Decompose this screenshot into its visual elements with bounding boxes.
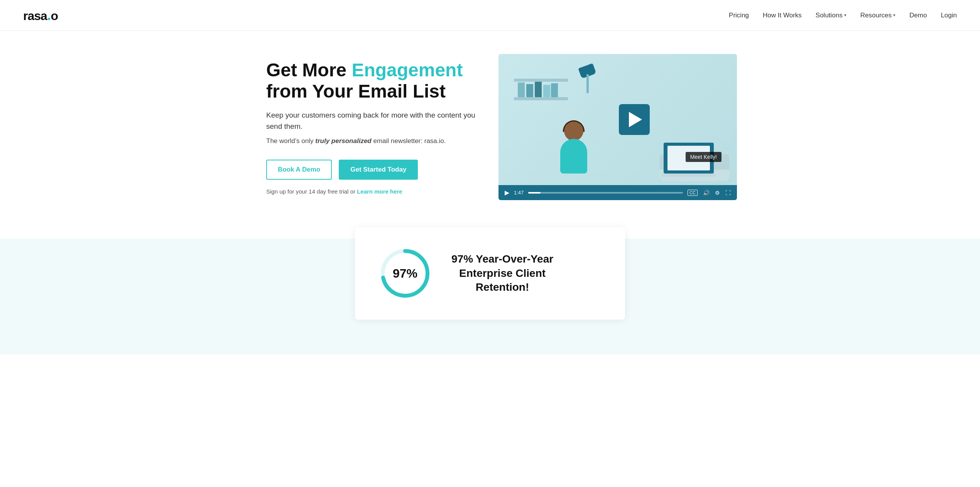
chevron-down-icon: ▾ — [893, 13, 896, 18]
video-wrapper: Meet Kelly! ▶ 1:47 CC 🔊 ⚙ ⛶ — [498, 54, 737, 200]
get-started-button[interactable]: Get Started Today — [339, 160, 418, 180]
lamp-arm — [586, 74, 589, 93]
nav-link-demo[interactable]: Demo — [909, 12, 927, 19]
meet-kelly-label: Meet Kelly! — [686, 152, 721, 162]
nav-link-login[interactable]: Login — [941, 12, 957, 19]
hero-copy: Get More Engagement from Your Email List… — [266, 59, 483, 195]
learn-more-link[interactable]: Learn more here — [357, 188, 402, 195]
book-1 — [518, 83, 525, 97]
nav-link-pricing[interactable]: Pricing — [729, 12, 749, 19]
book-3 — [535, 82, 542, 97]
hero-description: The world’s only truly personalized emai… — [266, 136, 483, 146]
stats-card: 97% 97% Year-Over-Year Enterprise Client… — [355, 227, 625, 320]
site-logo[interactable]: rasa.o — [23, 8, 58, 23]
hero-subtitle: Keep your customers coming back for more… — [266, 110, 483, 132]
video-control-icons: CC 🔊 ⚙ ⛶ — [688, 190, 731, 196]
book-5 — [551, 83, 558, 97]
char-body — [560, 139, 587, 174]
nav-links: Pricing How It Works Solutions ▾ Resourc… — [729, 12, 957, 19]
hero-title: Get More Engagement from Your Email List — [266, 59, 483, 102]
nav-dropdown-solutions[interactable]: Solutions ▾ — [816, 12, 847, 19]
video-controls: ▶ 1:47 CC 🔊 ⚙ ⛶ — [498, 185, 737, 200]
video-time: 1:47 — [514, 190, 524, 195]
nav-item-demo[interactable]: Demo — [909, 12, 927, 19]
hero-video: Meet Kelly! ▶ 1:47 CC 🔊 ⚙ ⛶ — [498, 54, 737, 200]
video-play-control[interactable]: ▶ — [505, 189, 509, 196]
laptop-base — [662, 174, 716, 177]
stats-section: 97% 97% Year-Over-Year Enterprise Client… — [0, 239, 980, 354]
video-progress-bar[interactable] — [528, 192, 683, 194]
shelf-board-top — [514, 79, 568, 82]
hero-note: Sign up for your 14 day free trial or Le… — [266, 188, 483, 195]
nav-item-solutions[interactable]: Solutions ▾ — [816, 12, 847, 19]
play-triangle-icon — [629, 112, 642, 127]
hero-buttons: Book A Demo Get Started Today — [266, 160, 483, 180]
stats-headline: 97% Year-Over-Year Enterprise Client Ret… — [451, 252, 553, 294]
chevron-down-icon: ▾ — [844, 13, 847, 18]
bookshelf — [514, 62, 568, 100]
nav-link-how-it-works[interactable]: How It Works — [763, 12, 802, 19]
video-progress-fill — [528, 192, 541, 194]
book-4 — [543, 85, 550, 97]
nav-item-pricing[interactable]: Pricing — [729, 12, 749, 19]
video-illustration: Meet Kelly! — [498, 54, 737, 185]
character-kelly — [560, 139, 587, 174]
cc-icon[interactable]: CC — [688, 190, 698, 196]
shelf-board-bottom — [514, 97, 568, 100]
video-play-button[interactable] — [619, 104, 650, 135]
stats-percent: 97% — [393, 266, 417, 281]
volume-icon[interactable]: 🔊 — [703, 190, 710, 196]
fullscreen-icon[interactable]: ⛶ — [725, 190, 731, 196]
settings-icon[interactable]: ⚙ — [715, 190, 720, 196]
nav-dropdown-resources[interactable]: Resources ▾ — [860, 12, 896, 19]
nav-item-how-it-works[interactable]: How It Works — [763, 12, 802, 19]
stats-circle: 97% — [378, 246, 432, 300]
desk-lamp — [580, 66, 599, 96]
char-head — [564, 121, 583, 141]
book-demo-button[interactable]: Book A Demo — [266, 160, 332, 180]
nav-item-login[interactable]: Login — [941, 12, 957, 19]
nav-item-resources[interactable]: Resources ▾ — [860, 12, 896, 19]
navbar: rasa.o Pricing How It Works Solutions ▾ … — [0, 0, 980, 31]
hero-section: Get More Engagement from Your Email List… — [220, 31, 760, 223]
book-2 — [526, 84, 533, 97]
video-thumbnail: Meet Kelly! — [498, 54, 737, 185]
